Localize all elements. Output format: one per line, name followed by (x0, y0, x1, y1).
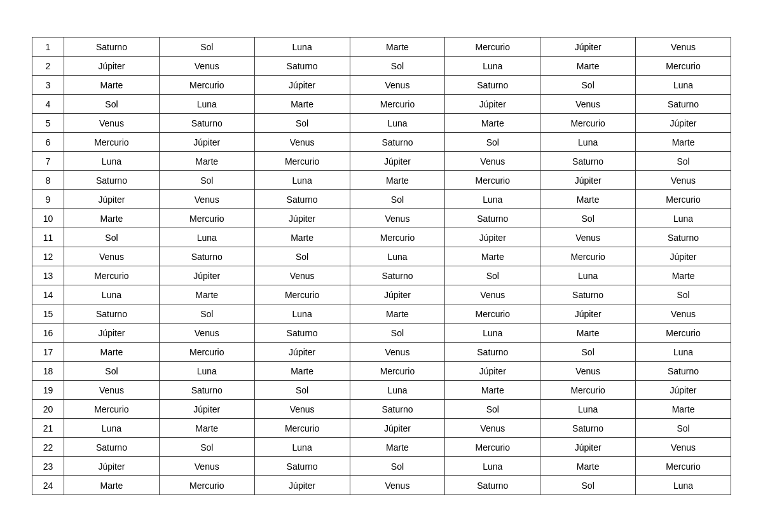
table-cell: Venus (350, 476, 445, 495)
row-number: 11 (32, 228, 64, 247)
table-cell: Sol (350, 57, 445, 76)
table-cell: Júpiter (540, 304, 636, 324)
table-cell: Venus (159, 57, 254, 76)
table-cell: Saturno (350, 400, 445, 419)
table-row: 10MarteMercurioJúpiterVenusSaturnoSolLun… (32, 209, 731, 228)
table-cell: Saturno (64, 438, 160, 457)
table-cell: Luna (636, 209, 731, 228)
table-cell: Venus (64, 381, 160, 400)
table-cell: Mercurio (350, 362, 445, 381)
table-cell: Júpiter (540, 171, 636, 190)
table-cell: Saturno (350, 133, 445, 152)
table-cell: Sol (64, 362, 160, 381)
table-cell: Venus (159, 324, 254, 343)
table-cell: Saturno (636, 95, 731, 114)
table-cell: Marte (254, 228, 350, 247)
table-cell: Luna (636, 476, 731, 495)
table-cell: Saturno (159, 247, 254, 266)
table-row: 6MercurioJúpiterVenusSaturnoSolLunaMarte (32, 133, 731, 152)
table-row: 15SaturnoSolLunaMarteMercurioJúpiterVenu… (32, 304, 731, 324)
table-cell: Mercurio (254, 152, 350, 171)
table-row: 20MercurioJúpiterVenusSaturnoSolLunaMart… (32, 400, 731, 419)
table-cell: Luna (64, 285, 160, 304)
table-row: 19VenusSaturnoSolLunaMarteMercurioJúpite… (32, 381, 731, 400)
table-cell: Sol (636, 152, 731, 171)
row-number: 21 (32, 419, 64, 438)
table-cell: Venus (350, 343, 445, 362)
table-cell: Marte (350, 38, 445, 57)
table-row: 23JúpiterVenusSaturnoSolLunaMarteMercuri… (32, 457, 731, 476)
table-cell: Mercurio (445, 171, 540, 190)
table-cell: Saturno (254, 457, 350, 476)
table-cell: Júpiter (350, 285, 445, 304)
table-cell: Mercurio (636, 457, 731, 476)
table-container: 1SaturnoSolLunaMarteMercurioJúpiterVenus… (19, 24, 744, 508)
table-cell: Marte (540, 457, 636, 476)
table-row: 18SolLunaMarteMercurioJúpiterVenusSaturn… (32, 362, 731, 381)
table-cell: Marte (636, 400, 731, 419)
table-cell: Luna (350, 247, 445, 266)
table-cell: Venus (636, 171, 731, 190)
table-cell: Marte (159, 285, 254, 304)
row-number: 8 (32, 171, 64, 190)
table-cell: Marte (350, 171, 445, 190)
row-number: 22 (32, 438, 64, 457)
table-cell: Venus (540, 362, 636, 381)
table-row: 7LunaMarteMercurioJúpiterVenusSaturnoSol (32, 152, 731, 171)
table-cell: Saturno (350, 266, 445, 285)
table-cell: Luna (254, 171, 350, 190)
table-cell: Venus (64, 114, 160, 133)
table-cell: Luna (445, 190, 540, 209)
table-cell: Sol (540, 343, 636, 362)
table-cell: Sol (64, 95, 160, 114)
table-cell: Marte (64, 76, 160, 95)
table-cell: Mercurio (159, 476, 254, 495)
table-row: 3MarteMercurioJúpiterVenusSaturnoSolLuna (32, 76, 731, 95)
row-number: 12 (32, 247, 64, 266)
table-cell: Mercurio (64, 266, 160, 285)
table-cell: Marte (540, 57, 636, 76)
table-cell: Mercurio (540, 114, 636, 133)
row-number: 1 (32, 38, 64, 57)
table-cell: Saturno (159, 114, 254, 133)
table-cell: Mercurio (350, 95, 445, 114)
table-cell: Sol (445, 400, 540, 419)
table-cell: Sol (254, 114, 350, 133)
table-cell: Mercurio (445, 38, 540, 57)
table-cell: Júpiter (445, 95, 540, 114)
row-number: 5 (32, 114, 64, 133)
table-row: 5VenusSaturnoSolLunaMarteMercurioJúpiter (32, 114, 731, 133)
table-cell: Sol (540, 476, 636, 495)
table-cell: Júpiter (445, 362, 540, 381)
table-row: 8SaturnoSolLunaMarteMercurioJúpiterVenus (32, 171, 731, 190)
table-cell: Venus (254, 400, 350, 419)
table-cell: Sol (350, 324, 445, 343)
table-row: 24MarteMercurioJúpiterVenusSaturnoSolLun… (32, 476, 731, 495)
table-cell: Júpiter (254, 76, 350, 95)
table-cell: Luna (64, 152, 160, 171)
table-cell: Sol (159, 304, 254, 324)
table-cell: Venus (350, 209, 445, 228)
table-cell: Venus (636, 438, 731, 457)
table-cell: Sol (636, 419, 731, 438)
table-cell: Luna (254, 438, 350, 457)
table-cell: Venus (636, 304, 731, 324)
table-cell: Saturno (445, 209, 540, 228)
table-cell: Mercurio (159, 76, 254, 95)
table-cell: Venus (540, 95, 636, 114)
table-cell: Mercurio (159, 343, 254, 362)
row-number: 7 (32, 152, 64, 171)
table-row: 4SolLunaMarteMercurioJúpiterVenusSaturno (32, 95, 731, 114)
row-number: 19 (32, 381, 64, 400)
table-cell: Mercurio (540, 247, 636, 266)
table-cell: Marte (445, 114, 540, 133)
table-row: 12VenusSaturnoSolLunaMarteMercurioJúpite… (32, 247, 731, 266)
row-number: 2 (32, 57, 64, 76)
table-cell: Luna (350, 114, 445, 133)
table-cell: Saturno (540, 419, 636, 438)
table-cell: Júpiter (636, 247, 731, 266)
table-cell: Saturno (254, 190, 350, 209)
table-cell: Luna (350, 381, 445, 400)
table-cell: Luna (445, 57, 540, 76)
table-cell: Júpiter (540, 38, 636, 57)
